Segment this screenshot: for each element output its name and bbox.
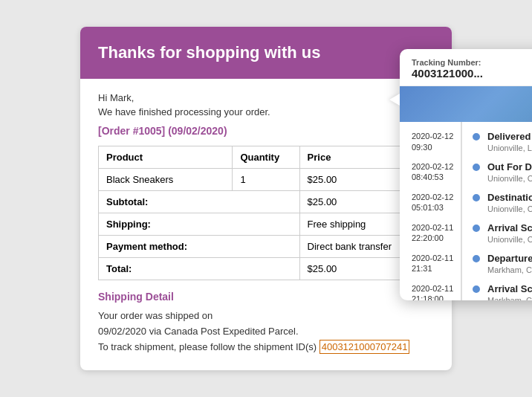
- event-status: Out For Delivery To: [487, 161, 532, 174]
- event-location: Unionville, CA: [487, 204, 532, 213]
- event-status: Arrival Sc: [487, 283, 532, 296]
- events-container: 2020-02-1209:30 Delivered Unionville, L3…: [400, 122, 532, 300]
- email-card: Thanks for shopping with us Hi Mark, We …: [80, 27, 452, 369]
- event-status: Departure Scan: [487, 253, 532, 265]
- col-quantity: Quantity: [233, 146, 299, 169]
- tracking-popup: Tracking Number: 4003121000... Order: 10…: [400, 49, 532, 300]
- event-time: 2020-02-1121:31: [412, 253, 465, 274]
- event-status: Destination Scan: [487, 192, 532, 204]
- order-link[interactable]: [Order #1005] (09/02/2020): [98, 125, 434, 137]
- shipping-line3-prefix: To track shipment, please follow the shi…: [98, 341, 317, 352]
- col-product: Product: [99, 146, 233, 169]
- event-location: Unionville, CA: [487, 174, 532, 183]
- tracking-event: 2020-02-1121:31 Departure Scan Markham, …: [400, 248, 532, 279]
- subtotal-row: Subtotal: $25.00: [99, 191, 434, 213]
- payment-label: Payment method:: [99, 236, 300, 258]
- greeting: Hi Mark,: [98, 92, 434, 103]
- event-dot: [473, 133, 480, 141]
- sub-greeting: We have finished processing your order.: [98, 106, 434, 117]
- popup-map: [400, 86, 532, 122]
- tracking-event: 2020-02-1205:01:03 Destination Scan Unio…: [400, 187, 532, 218]
- event-info: Destination Scan Unionville, CA: [487, 192, 532, 213]
- popup-header: Tracking Number: 4003121000... Order: 10…: [400, 49, 532, 86]
- total-row: Total: $25.00: [99, 258, 434, 280]
- event-location: Markham, CA: [487, 296, 532, 301]
- event-status: Arrival Scan: [487, 222, 532, 235]
- total-label: Total:: [99, 258, 300, 280]
- event-time: 2020-02-1122:20:00: [412, 222, 465, 244]
- tracking-number-label: Tracking Number:: [412, 58, 483, 67]
- event-location: Markham, CA: [487, 265, 532, 274]
- event-dot: [473, 225, 480, 232]
- event-info: Arrival Scan Unionville, CA: [487, 222, 532, 244]
- order-table: Product Quantity Price Black Sneakers 1 …: [98, 146, 434, 280]
- product-name: Black Sneakers: [99, 169, 233, 191]
- event-time: 2020-02-1209:30: [412, 131, 465, 152]
- shipping-line2: 09/02/2020 via Canada Post Expedited Par…: [98, 326, 299, 337]
- event-dot: [473, 164, 480, 171]
- table-row: Black Sneakers 1 $25.00: [99, 169, 434, 191]
- payment-row: Payment method: Direct bank transfer: [99, 236, 434, 258]
- event-info: Out For Delivery To Unionville, CA: [487, 161, 532, 183]
- event-dot: [473, 194, 480, 201]
- shipping-row: Shipping: Free shipping: [99, 213, 434, 236]
- event-time: 2020-02-1208:40:53: [412, 161, 465, 183]
- header-title: Thanks for shopping with us: [98, 43, 434, 62]
- tracking-id-link[interactable]: 4003121000707241: [319, 340, 410, 354]
- event-info: Delivered Unionville, L3R 0L7: [487, 131, 532, 152]
- event-info: Arrival Sc Markham, CA: [487, 283, 532, 301]
- event-dot: [473, 255, 480, 262]
- shipping-detail-title: Shipping Detail: [98, 291, 434, 303]
- tracking-event: 2020-02-1209:30 Delivered Unionville, L3…: [400, 126, 532, 157]
- tracking-event: 2020-02-1122:20:00 Arrival Scan Unionvil…: [400, 218, 532, 248]
- popup-tracking-section: Tracking Number: 4003121000...: [412, 58, 483, 80]
- tracking-number-value: 4003121000...: [412, 67, 483, 80]
- shipping-detail-text: Your order was shipped on 09/02/2020 via…: [98, 309, 434, 355]
- tracking-event: 2020-02-1121:18:00 Arrival Sc Markham, C…: [400, 279, 532, 301]
- tracking-event: 2020-02-1208:40:53 Out For Delivery To U…: [400, 157, 532, 187]
- shipping-label: Shipping:: [99, 213, 300, 236]
- event-status: Delivered: [487, 131, 532, 143]
- event-time: 2020-02-1121:18:00: [412, 283, 465, 301]
- card-header: Thanks for shopping with us: [80, 27, 452, 79]
- event-time: 2020-02-1205:01:03: [412, 192, 465, 213]
- event-location: Unionville, CA: [487, 235, 532, 244]
- shipping-line1: Your order was shipped on: [98, 310, 213, 321]
- event-location: Unionville, L3R 0L7: [487, 143, 532, 152]
- event-info: Departure Scan Markham, CA: [487, 253, 532, 274]
- popup-events: 2020-02-1209:30 Delivered Unionville, L3…: [400, 122, 532, 300]
- product-qty: 1: [233, 169, 299, 191]
- event-dot: [473, 285, 480, 293]
- subtotal-label: Subtotal:: [99, 191, 300, 213]
- card-body: Hi Mark, We have finished processing you…: [80, 79, 452, 369]
